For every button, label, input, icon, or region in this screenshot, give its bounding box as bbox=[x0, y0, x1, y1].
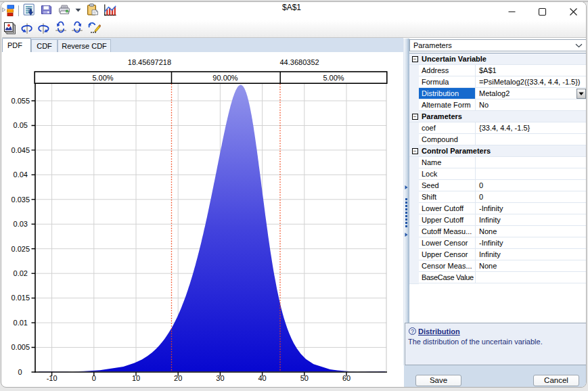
svg-text:0.02: 0.02 bbox=[14, 269, 28, 277]
svg-text:0: 0 bbox=[92, 374, 96, 382]
svg-text:5.00%: 5.00% bbox=[323, 74, 344, 82]
svg-text:50: 50 bbox=[300, 374, 309, 382]
svg-text:0.03: 0.03 bbox=[14, 220, 28, 228]
svg-text:18.45697218: 18.45697218 bbox=[128, 58, 171, 66]
svg-text:0.015: 0.015 bbox=[12, 294, 30, 302]
svg-text:0.045: 0.045 bbox=[12, 146, 30, 154]
svg-text:0.035: 0.035 bbox=[12, 196, 30, 204]
svg-text:0: 0 bbox=[18, 368, 22, 376]
svg-text:44.3680352: 44.3680352 bbox=[280, 58, 319, 66]
svg-text:10: 10 bbox=[132, 374, 140, 382]
svg-text:-10: -10 bbox=[47, 374, 58, 382]
svg-text:40: 40 bbox=[258, 374, 266, 382]
svg-text:0.01: 0.01 bbox=[14, 319, 28, 327]
svg-text:20: 20 bbox=[174, 374, 182, 382]
svg-text:60: 60 bbox=[342, 374, 350, 382]
svg-text:0.05: 0.05 bbox=[14, 121, 28, 129]
svg-text:0.055: 0.055 bbox=[12, 97, 30, 105]
svg-text:5.00%: 5.00% bbox=[92, 74, 113, 82]
svg-text:30: 30 bbox=[216, 374, 224, 382]
svg-text:0.025: 0.025 bbox=[12, 245, 30, 253]
svg-text:0.005: 0.005 bbox=[12, 343, 30, 351]
svg-text:90.00%: 90.00% bbox=[212, 74, 238, 82]
svg-text:0.04: 0.04 bbox=[14, 170, 28, 179]
